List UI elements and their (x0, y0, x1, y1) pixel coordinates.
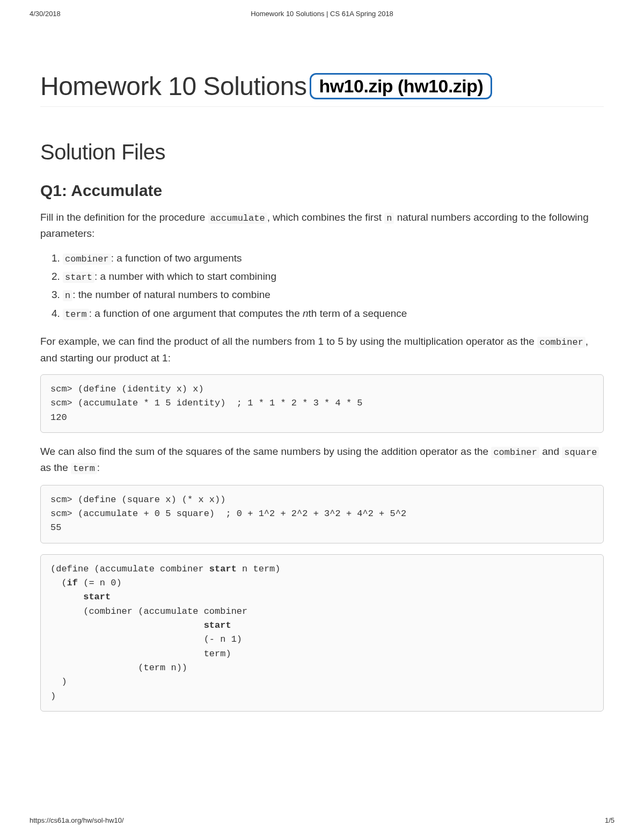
q1-heading: Q1: Accumulate (40, 182, 604, 200)
codeblock-example1: scm> (define (identity x) x) scm> (accum… (40, 374, 604, 433)
print-date: 4/30/2018 (30, 10, 61, 18)
zip-download-link[interactable]: hw10.zip (hw10.zip) (310, 73, 492, 99)
code-accumulate: accumulate (208, 213, 267, 224)
q1-intro: Fill in the definition for the procedure… (40, 209, 604, 242)
code-param: n (63, 290, 72, 301)
section-heading: Solution Files (40, 140, 604, 164)
print-footer: https://cs61a.org/hw/sol-hw10/ 1/5 (30, 816, 614, 824)
list-item: combiner: a function of two arguments (63, 250, 604, 266)
code-term: term (71, 463, 97, 474)
list-item: n: the number of natural numbers to comb… (63, 287, 604, 303)
footer-page: 1/5 (605, 816, 614, 824)
codeblock-example2: scm> (define (square x) (* x x)) scm> (a… (40, 485, 604, 543)
code-n: n (384, 213, 394, 224)
list-item: term: a function of one argument that co… (63, 306, 604, 322)
footer-url: https://cs61a.org/hw/sol-hw10/ (30, 816, 124, 824)
q1-params-list: combiner: a function of two arguments st… (40, 250, 604, 322)
list-item: start: a number with which to start comb… (63, 269, 604, 285)
page-title-text: Homework 10 Solutions (40, 71, 306, 101)
codeblock-solution: (define (accumulate combiner start n ter… (40, 554, 604, 712)
page-content: Homework 10 Solutions hw10.zip (hw10.zip… (0, 18, 644, 712)
print-header: 4/30/2018 Homework 10 Solutions | CS 61A… (0, 0, 644, 18)
italic-n: n (303, 308, 309, 319)
code-param: combiner (63, 253, 111, 265)
code-param: start (63, 272, 94, 283)
print-title: Homework 10 Solutions | CS 61A Spring 20… (251, 10, 393, 18)
code-combiner: combiner (537, 337, 586, 348)
q1-example2-text: We can also find the sum of the squares … (40, 444, 604, 476)
q1-example1-text: For example, we can find the product of … (40, 333, 604, 366)
code-combiner: combiner (491, 447, 539, 458)
code-param: term (63, 309, 89, 320)
page-title: Homework 10 Solutions hw10.zip (hw10.zip… (40, 71, 604, 107)
code-square: square (562, 447, 599, 458)
